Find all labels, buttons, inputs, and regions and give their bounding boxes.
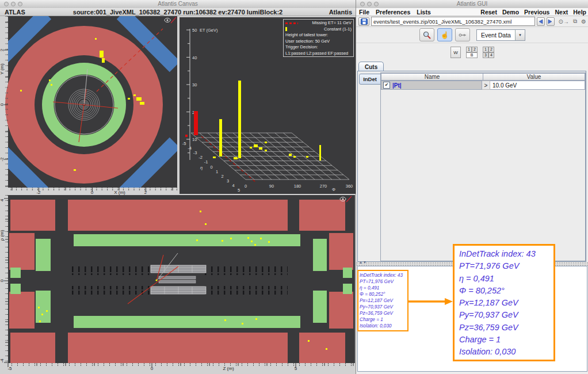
cut-enabled-checkbox[interactable]: ✔: [383, 82, 390, 89]
gui-titlebar[interactable]: Atlantis GUI: [356, 0, 588, 9]
menu-reset[interactable]: Reset: [480, 9, 497, 16]
yx-projection-view[interactable]: -2 0 X (m) 2 2 Y (m) 0 -2: [0, 16, 178, 195]
track-info-callout: InDetTrack index: 43 PT=71,976 GeV η = 0…: [453, 244, 555, 361]
tab-indet[interactable]: InDet: [359, 74, 381, 85]
svg-text:X (m): X (m): [114, 190, 125, 195]
screen: Atlantis Canvas ATLAS source:001_JiveXML…: [0, 0, 588, 374]
previous-event-button[interactable]: [537, 17, 545, 26]
svg-text:10: 10: [192, 137, 197, 142]
probe-icon: [459, 33, 467, 37]
rz-view-svg: -5 0 Z (m) 5 4 ρ (m) 0 -4: [0, 195, 356, 374]
splitter-collapse-icons[interactable]: ▲▼: [359, 261, 367, 264]
event-data-dropdown-label: Event Data: [477, 32, 515, 39]
svg-text:2: 2: [221, 174, 223, 179]
svg-text:5: 5: [295, 366, 297, 371]
cuts-table: Name Value ✔ |Pt| > 10.0 GeV: [380, 72, 586, 261]
atlantis-canvas-window: Atlantis Canvas ATLAS source:001_JiveXML…: [0, 0, 356, 374]
svg-text:90: 90: [269, 184, 274, 189]
magnifier-icon: [423, 31, 431, 39]
menu-previous[interactable]: Previous: [524, 9, 549, 16]
gui-window-title: Atlantis GUI: [356, 1, 588, 7]
cut-operator[interactable]: >: [482, 81, 490, 90]
canvas-titlebar[interactable]: Atlantis Canvas: [0, 0, 356, 9]
event-source-info: source:001_JiveXML_106382_27470 run:1063…: [0, 9, 356, 16]
menu-preferences[interactable]: Preferences: [376, 9, 410, 16]
svg-text:270: 270: [320, 184, 327, 189]
copy-window-icon[interactable]: ⧉: [573, 18, 577, 25]
cut-value-field[interactable]: 10.0 GeV: [490, 81, 585, 90]
cut-name-cell: ✔ |Pt|: [381, 81, 482, 90]
event-file-input[interactable]: [371, 17, 535, 26]
event-data-dropdown[interactable]: Event Data ▼: [476, 29, 525, 41]
yx-yaxis-minor-ticks: [5, 16, 8, 188]
svg-text:-2: -2: [36, 190, 41, 195]
missing-et-legend-icon: [285, 22, 298, 24]
svg-text:3: 3: [227, 178, 229, 184]
menu-file[interactable]: File: [359, 9, 369, 16]
window-layout-bar: W 1 2 B 1 2 3 4: [356, 43, 588, 62]
atlantis-brand: Atlantis: [329, 9, 352, 16]
cut-name-label: |Pt|: [392, 82, 402, 89]
svg-text:Y (m): Y (m): [0, 63, 5, 75]
menu-bar: File Preferences Lists Reset Demo Previo…: [356, 8, 588, 16]
svg-text:50: 50: [192, 28, 197, 33]
svg-text:30: 30: [192, 82, 197, 87]
layout-single-window-button[interactable]: W: [450, 47, 461, 58]
legend-height-title: Height of tallest tower:: [285, 32, 328, 39]
zoom-mode-button[interactable]: [419, 28, 434, 41]
rz-projection-view[interactable]: -5 0 Z (m) 5 4 ρ (m) 0 -4: [0, 195, 356, 374]
menu-help[interactable]: Help: [573, 9, 586, 16]
svg-text:5: 5: [238, 188, 240, 193]
sync-cursor-button[interactable]: [455, 28, 470, 41]
svg-text:0: 0: [91, 190, 94, 195]
menu-demo[interactable]: Demo: [502, 9, 519, 16]
hand-pointer-icon: ☝: [441, 31, 449, 39]
chevron-down-icon: ▼: [515, 30, 525, 40]
svg-text:0: 0: [0, 103, 5, 106]
svg-text:-5: -5: [7, 366, 12, 371]
legend-constant: Constant (1-1): [324, 26, 352, 33]
menu-lists[interactable]: Lists: [417, 9, 431, 16]
svg-text:1: 1: [216, 169, 218, 174]
svg-text:180: 180: [294, 184, 301, 189]
svg-text:-5: -5: [182, 141, 186, 146]
svg-text:0: 0: [210, 165, 212, 170]
svg-text:Z (m): Z (m): [223, 366, 234, 371]
svg-text:2: 2: [144, 190, 147, 195]
floppy-icon: [361, 18, 368, 25]
cuts-panel: InDet Name Value ✔ |Pt| > 10.0 GeV: [357, 71, 586, 262]
svg-text:ρ (m): ρ (m): [0, 230, 5, 241]
svg-text:0: 0: [0, 279, 5, 282]
rz-yaxis-minor-ticks: [5, 195, 8, 363]
svg-text:-2: -2: [0, 157, 5, 162]
column-header-value[interactable]: Value: [483, 73, 585, 81]
menu-next[interactable]: Next: [555, 9, 568, 16]
svg-text:Φ: Φ: [332, 187, 335, 192]
column-header-name[interactable]: Name: [381, 73, 483, 81]
save-button[interactable]: [358, 17, 369, 26]
settings-icon[interactable]: ⚙: [581, 18, 586, 25]
canvas-window-title: Atlantis Canvas: [0, 1, 356, 7]
layout-quad-button[interactable]: 1 2 3 4: [483, 47, 494, 58]
svg-text:0: 0: [245, 184, 247, 189]
legend-trigger-title: Trigger Decision:: [285, 44, 318, 51]
pick-mode-button[interactable]: ☝: [437, 28, 452, 41]
rz-xaxis-minor-ticks: [8, 363, 355, 366]
next-event-button[interactable]: [547, 17, 555, 26]
svg-text:40: 40: [192, 55, 197, 60]
svg-text:-3: -3: [193, 150, 197, 155]
legend-user-selection: User selection: 50 GeV: [285, 39, 330, 45]
legend-trigger-status: L1:passed L2:passed EF:passed: [285, 51, 348, 57]
lego-legend: Missing ET= 11 GeV Constant (1-1) Height…: [283, 19, 354, 57]
svg-text:0: 0: [151, 366, 154, 371]
event-info-bar: ATLAS source:001_JiveXML_106382_27470 ru…: [0, 8, 356, 16]
layout-two-plus-bottom-button[interactable]: 1 2 B: [466, 47, 478, 58]
loop-mode-icon[interactable]: ⊙→: [559, 18, 569, 25]
arrow-left-icon: [538, 19, 543, 24]
svg-text:-4: -4: [188, 146, 192, 151]
svg-text:-1: -1: [204, 159, 208, 165]
svg-text:η: η: [200, 165, 203, 170]
tower-legend-icon: [285, 27, 287, 31]
svg-text:ET (GeV): ET (GeV): [200, 28, 218, 33]
svg-text:2: 2: [0, 48, 5, 51]
